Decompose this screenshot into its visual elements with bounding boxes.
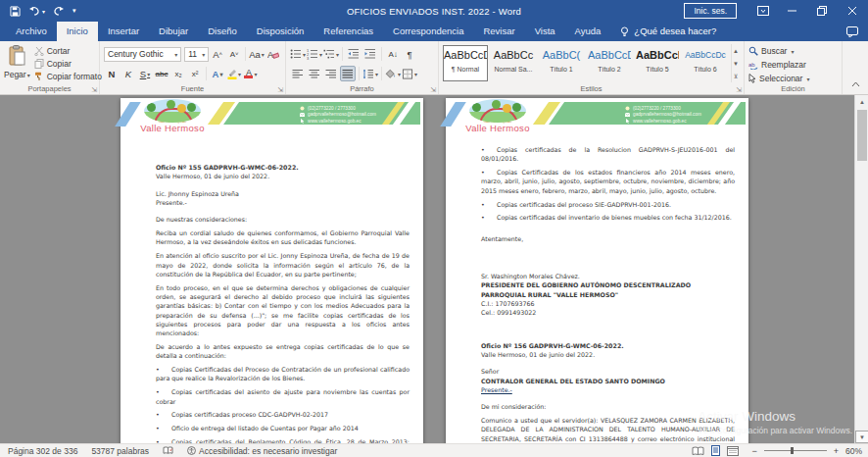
scrollbar-thumb[interactable] [857,110,867,161]
close-button[interactable] [837,0,868,22]
multilevel-list-button[interactable] [323,46,339,62]
style-titulo-5[interactable]: AaBbCcI Título 5 [635,45,680,81]
paragraph: De acuerdo a lo antes expuesto se entreg… [156,342,410,361]
editing-group: Buscar ab Reemplazar Seleccionar Edición [745,41,843,94]
tab-ayuda[interactable]: Ayuda [565,22,611,41]
grow-font-button[interactable]: A˄ [210,46,225,62]
vertical-scrollbar[interactable]: ▲ ▼ [854,95,868,443]
shading-button[interactable] [385,66,401,81]
tab-revisar[interactable]: Revisar [473,22,524,41]
bullet-item: •Copias certificadas de la Resolucion GA… [481,145,735,164]
italic-button[interactable]: K [121,66,136,81]
subscript-button[interactable]: x₂ [170,66,186,81]
style-normal[interactable]: AaBbCcD ¶ Normal [443,45,488,81]
show-paragraph-marks-button[interactable]: ¶ [402,46,417,62]
align-left-icon [292,69,304,79]
style-titulo-1[interactable]: AaBbC( Título 1 [539,45,584,81]
document-canvas: (02)2773220 / 2773300 gadprvallehermoso@… [0,95,868,443]
styles-gallery-scroll: ▲ ▼ ⊻ [731,44,740,82]
tab-insertar[interactable]: Insertar [98,22,149,41]
decrease-indent-button[interactable] [346,46,362,62]
cut-button[interactable]: Cortar [34,44,102,57]
superscript-button[interactable]: x² [187,66,203,81]
letterhead-logo: GAD PARROQUIAL Valle Hermoso [140,99,205,133]
redo-icon[interactable] [53,3,65,19]
tab-correspondencia[interactable]: Correspondencia [383,22,473,41]
font-color-button[interactable]: A [243,66,259,81]
sign-in-button[interactable]: Inic. ses. [684,3,737,19]
tab-archivo[interactable]: Archivo [6,22,57,41]
numbering-button[interactable]: 123 [307,46,322,62]
tab-inicio[interactable]: Inicio [57,22,98,41]
scroll-up-arrow[interactable]: ▲ [855,95,868,108]
align-center-button[interactable] [307,66,322,81]
page-count[interactable]: Página 302 de 336 [8,446,77,456]
undo-icon[interactable] [28,3,45,19]
proofing-status[interactable] [163,446,173,455]
styles-scroll-down[interactable]: ▼ [732,57,740,70]
line-spacing-icon [362,69,374,79]
borders-button[interactable] [402,66,417,81]
tab-diseno[interactable]: Diseño [198,22,247,41]
style-normal-sa[interactable]: AaBbCc Normal Sa... [491,45,536,81]
font-size-combo[interactable]: 11 [184,47,209,62]
strikethrough-button[interactable]: abc [154,66,169,81]
format-painter-button[interactable]: Copiar formato [34,70,102,82]
select-button[interactable]: Seleccionar [748,72,838,85]
tab-dibujar[interactable]: Dibujar [149,22,198,41]
bold-button[interactable]: N [104,66,120,81]
web-cursor-icon [625,119,630,124]
print-layout-icon[interactable] [710,445,721,456]
highlight-color-button[interactable] [226,66,242,81]
web-layout-icon[interactable] [727,446,739,456]
restore-button[interactable] [807,0,837,22]
align-right-button[interactable] [323,66,339,81]
bullets-button[interactable] [290,46,306,62]
scroll-down-arrow[interactable]: ▼ [855,431,868,443]
feedback-comment-icon[interactable] [846,26,858,37]
justify-button[interactable] [340,66,356,81]
shrink-font-button[interactable]: A˅ [226,46,242,62]
line-spacing-button[interactable] [362,66,378,81]
ribbon-spacer [843,41,868,94]
page-left[interactable]: (02)2773220 / 2773300 gadprvallehermoso@… [121,98,423,443]
align-left-button[interactable] [290,66,306,81]
page-right[interactable]: (02)2773220 / 2773300 gadprvallehermoso@… [446,98,748,443]
oficio-date: Valle Hermoso, 01 de junio del 2022. [481,350,735,359]
underline-button[interactable]: S [137,66,153,81]
accessibility-status[interactable]: Accesibilidad: es necesario investigar [187,446,337,456]
replace-button[interactable]: ab Reemplazar [748,58,838,72]
customize-quick-access-icon[interactable]: ▾ [72,3,76,19]
change-case-button[interactable]: Aa [249,46,265,62]
increase-indent-button[interactable] [362,46,378,62]
ribbon-display-options-icon[interactable] [748,0,778,22]
collapse-ribbon-button[interactable] [851,74,860,91]
sort-button[interactable]: A↓ [385,46,401,62]
tab-referencias[interactable]: Referencias [313,22,383,41]
font-family-combo[interactable]: Century Gothic [104,47,181,62]
tab-vista[interactable]: Vista [525,22,565,41]
text-effects-button[interactable]: A [210,66,225,81]
style-titulo-2[interactable]: AaBbCcD Título 2 [587,45,632,81]
style-titulo-6[interactable]: AaBbCcDc Título 6 [683,45,728,81]
tell-me-search[interactable]: ¿Qué desea hacer? [610,22,726,41]
tab-disposicion[interactable]: Disposición [247,22,314,41]
zoom-slider[interactable] [764,450,827,451]
zoom-out-button[interactable]: − [751,446,756,456]
word-count[interactable]: 53787 palabras [91,446,149,456]
format-painter-icon [34,72,44,81]
minimize-button[interactable] [778,0,807,22]
copy-button[interactable]: Copiar [34,57,102,70]
styles-gallery-more[interactable]: ⊻ [732,70,740,82]
zoom-in-button[interactable]: + [834,446,839,456]
paragraph-group: 123 A↓ ¶ [286,41,439,94]
read-mode-icon[interactable] [692,446,704,456]
zoom-slider-thumb[interactable] [791,447,794,454]
clear-formatting-button[interactable]: A [265,46,281,62]
paste-button[interactable]: Pegar [4,44,30,82]
zoom-level[interactable]: 60% [845,446,862,456]
styles-scroll-up[interactable]: ▲ [732,44,740,57]
find-button[interactable]: Buscar [748,44,838,58]
save-icon[interactable] [10,3,21,19]
paragraph: Comunico a usted que el servidor(a): VEL… [481,416,735,443]
